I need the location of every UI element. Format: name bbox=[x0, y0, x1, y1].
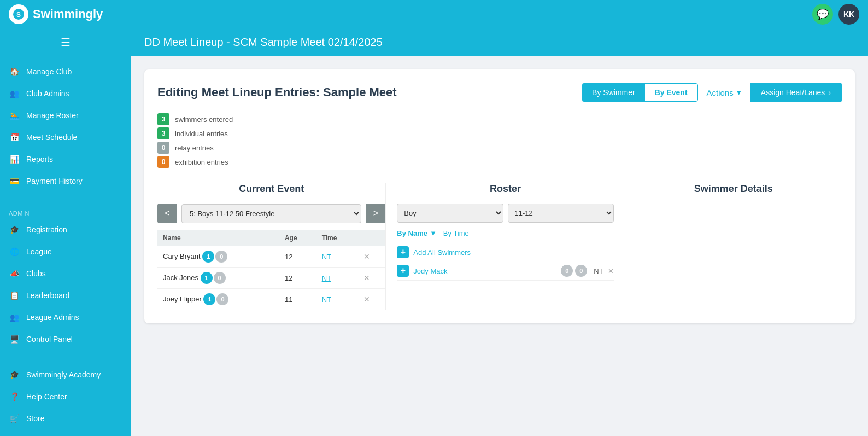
sidebar: ☰ 🏠 Manage Club 👥 Club Admins 🏊 Manage R… bbox=[0, 28, 131, 436]
hamburger-icon[interactable]: ☰ bbox=[61, 36, 71, 49]
roster-swimmer-time: NT bbox=[594, 267, 603, 275]
store-icon: 🛒 bbox=[9, 413, 20, 424]
num1-1: 1 bbox=[201, 272, 213, 284]
entry-time-1[interactable]: NT bbox=[322, 274, 331, 282]
user-avatar[interactable]: KK bbox=[838, 4, 859, 25]
sidebar-item-league[interactable]: 🌐 League bbox=[0, 241, 131, 263]
entry-age-2: 11 bbox=[279, 289, 316, 310]
event-nav: < 5: Boys 11-12 50 Freestyle > bbox=[157, 204, 385, 223]
help-icon: ❓ bbox=[9, 391, 20, 402]
chat-button[interactable]: 💬 bbox=[812, 4, 833, 25]
num2-2: 0 bbox=[216, 293, 228, 305]
entry-time-0[interactable]: NT bbox=[322, 253, 331, 261]
num2-0: 0 bbox=[215, 251, 227, 263]
roster-title: Roster bbox=[397, 183, 613, 195]
num2-1: 0 bbox=[214, 272, 226, 284]
add-all-row[interactable]: + Add All Swimmers bbox=[397, 243, 613, 261]
sidebar-item-control-panel[interactable]: 🖥️ Control Panel bbox=[0, 328, 131, 350]
sidebar-item-clubs[interactable]: 📣 Clubs bbox=[0, 263, 131, 284]
app-logo: S Swimmingly bbox=[9, 4, 103, 24]
individual-badge: 3 bbox=[157, 127, 169, 139]
arrow-right-icon: › bbox=[828, 88, 831, 97]
sort-by-name[interactable]: By Name ▼ bbox=[397, 229, 437, 237]
chat-icon: 💬 bbox=[817, 8, 829, 20]
sidebar-divider-2 bbox=[0, 357, 131, 357]
entry-name-1: Jack Jones bbox=[163, 274, 198, 282]
next-event-button[interactable]: > bbox=[366, 204, 385, 223]
logo-icon: S bbox=[9, 4, 28, 24]
remove-entry-2[interactable]: ✕ bbox=[363, 295, 370, 304]
add-all-label: Add All Swimmers bbox=[413, 248, 471, 257]
sidebar-item-manage-roster[interactable]: 🏊 Manage Roster bbox=[0, 104, 131, 126]
three-col-layout: Current Event < 5: Boys 11-12 50 Freesty… bbox=[157, 183, 842, 310]
event-select[interactable]: 5: Boys 11-12 50 Freestyle bbox=[181, 204, 361, 223]
stat-relay: 0 relay entries bbox=[157, 142, 842, 154]
exhibition-badge: 0 bbox=[157, 156, 169, 168]
card-header: Editing Meet Lineup Entries: Sample Meet… bbox=[157, 83, 842, 102]
remove-entry-1[interactable]: ✕ bbox=[363, 274, 370, 282]
top-nav: S Swimmingly 💬 KK bbox=[0, 0, 868, 28]
entry-name-0: Cary Bryant bbox=[163, 252, 201, 260]
remove-entry-0[interactable]: ✕ bbox=[363, 252, 370, 261]
view-toggle: By Swimmer By Event bbox=[582, 83, 697, 102]
add-swimmer-icon[interactable]: + bbox=[397, 265, 409, 277]
table-row: Jack Jones 1 0 12 NT ✕ bbox=[157, 268, 385, 289]
sidebar-item-logout[interactable]: ⏻ Logout bbox=[0, 429, 131, 436]
gender-select[interactable]: BoyGirl bbox=[397, 204, 503, 223]
swimmers-label: swimmers entered bbox=[175, 115, 233, 124]
sidebar-item-league-admins[interactable]: 👥 League Admins bbox=[0, 306, 131, 328]
entry-time-2[interactable]: NT bbox=[322, 295, 331, 304]
list-item: + Jody Mack 0 0 NT ✕ bbox=[397, 261, 613, 281]
sidebar-admin-section: Admin 🎓 Registration 🌐 League 📣 Clubs 📋 … bbox=[0, 202, 131, 353]
sidebar-item-meet-schedule[interactable]: 📅 Meet Schedule bbox=[0, 126, 131, 148]
academy-icon: 🎓 bbox=[9, 369, 20, 380]
table-row: Cary Bryant 1 0 12 NT ✕ bbox=[157, 246, 385, 268]
age-select[interactable]: 11-1210 & Under13-1415-18 bbox=[508, 204, 614, 223]
col-name: Name bbox=[157, 230, 279, 246]
roster-badge1: 0 bbox=[561, 265, 573, 277]
toggle-by-event[interactable]: By Event bbox=[645, 84, 697, 101]
roster-remove[interactable]: ✕ bbox=[608, 267, 614, 275]
sidebar-item-reports[interactable]: 📊 Reports bbox=[0, 148, 131, 170]
sidebar-item-academy[interactable]: 🎓 Swimmingly Academy bbox=[0, 364, 131, 386]
stats-row: 3 swimmers entered 3 individual entries … bbox=[157, 113, 842, 168]
toggle-by-swimmer[interactable]: By Swimmer bbox=[582, 84, 645, 101]
sort-row: By Name ▼ By Time bbox=[397, 229, 613, 237]
entry-age-1: 12 bbox=[279, 268, 316, 289]
assign-heatlanes-button[interactable]: Assign Heat/Lanes › bbox=[750, 83, 842, 102]
sidebar-item-payment-history[interactable]: 💳 Payment History bbox=[0, 170, 131, 192]
sidebar-item-help[interactable]: ❓ Help Center bbox=[0, 386, 131, 408]
roster-badge2: 0 bbox=[575, 265, 587, 277]
prev-event-button[interactable]: < bbox=[157, 204, 177, 223]
registration-icon: 🎓 bbox=[9, 224, 20, 235]
current-event-title: Current Event bbox=[157, 183, 385, 195]
club-admins-icon: 👥 bbox=[9, 88, 20, 99]
relay-badge: 0 bbox=[157, 142, 169, 154]
stat-individual: 3 individual entries bbox=[157, 127, 842, 139]
svg-text:S: S bbox=[16, 11, 21, 19]
entries-table: Name Age Time Cary Bryant bbox=[157, 230, 385, 310]
sidebar-item-store[interactable]: 🛒 Store bbox=[0, 408, 131, 429]
swimmers-badge: 3 bbox=[157, 113, 169, 125]
individual-label: individual entries bbox=[175, 130, 228, 138]
add-all-plus-icon: + bbox=[397, 246, 409, 258]
roster-swimmer-name[interactable]: Jody Mack bbox=[413, 267, 556, 275]
sidebar-item-club-admins[interactable]: 👥 Club Admins bbox=[0, 83, 131, 104]
actions-button[interactable]: Actions ▾ bbox=[707, 88, 741, 97]
sidebar-item-manage-club[interactable]: 🏠 Manage Club bbox=[0, 61, 131, 83]
entry-age-0: 12 bbox=[279, 246, 316, 268]
sidebar-item-leaderboard[interactable]: 📋 Leaderboard bbox=[0, 284, 131, 306]
sort-by-time[interactable]: By Time bbox=[443, 229, 469, 237]
content-main: Editing Meet Lineup Entries: Sample Meet… bbox=[131, 56, 868, 436]
current-event-col: Current Event < 5: Boys 11-12 50 Freesty… bbox=[157, 183, 385, 310]
card-title: Editing Meet Lineup Entries: Sample Meet bbox=[157, 85, 397, 100]
stat-exhibition: 0 exhibition entries bbox=[157, 156, 842, 168]
league-icon: 🌐 bbox=[9, 246, 20, 257]
roster-filters: BoyGirl 11-1210 & Under13-1415-18 bbox=[397, 204, 613, 223]
sort-arrow-icon: ▼ bbox=[430, 229, 437, 237]
sidebar-item-registration[interactable]: 🎓 Registration bbox=[0, 219, 131, 241]
app-name: Swimmingly bbox=[33, 7, 103, 21]
league-admins-icon: 👥 bbox=[9, 312, 20, 323]
chevron-down-icon: ▾ bbox=[737, 88, 741, 97]
num1-0: 1 bbox=[202, 251, 214, 263]
